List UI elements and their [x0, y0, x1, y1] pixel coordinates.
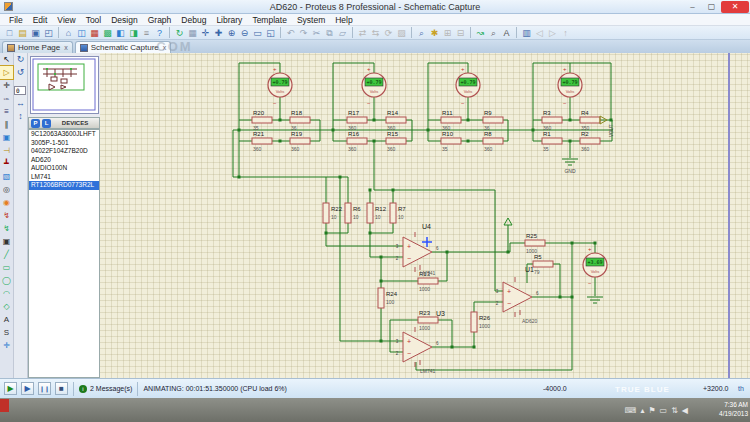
- menu-tool[interactable]: Tool: [81, 15, 107, 25]
- menu-debug[interactable]: Debug: [176, 15, 211, 25]
- component-mode-icon[interactable]: ▷: [0, 66, 13, 79]
- toolbar-new-root-sheet-icon[interactable]: ◁: [533, 27, 546, 39]
- rotate-cw-icon[interactable]: ↻: [14, 53, 27, 66]
- toolbar-pan-icon[interactable]: ✚: [212, 27, 225, 39]
- rotate-ccw-icon[interactable]: ↺: [14, 66, 27, 79]
- pause-button[interactable]: ❙❙: [38, 382, 51, 395]
- junction-dot-mode-icon[interactable]: ✛: [0, 79, 13, 92]
- toolbar-block-copy-icon[interactable]: ⇄: [356, 27, 369, 39]
- device-item[interactable]: RT1206BRD0773R2L: [29, 181, 99, 190]
- toolbar-make-device-icon[interactable]: ✱: [428, 27, 441, 39]
- toolbar-new-design-icon[interactable]: □: [3, 27, 16, 39]
- virtual-instruments-mode-icon[interactable]: ▣: [0, 235, 13, 248]
- toolbar-help-icon[interactable]: ?: [153, 27, 166, 39]
- stop-button[interactable]: ■: [55, 382, 68, 395]
- resistor-R23[interactable]: [418, 317, 438, 323]
- menu-view[interactable]: View: [52, 15, 80, 25]
- device-pins-mode-icon[interactable]: ┻: [0, 157, 13, 170]
- resistor-R3[interactable]: [542, 117, 562, 123]
- toolbar-new-sheet-icon[interactable]: ◫: [75, 27, 88, 39]
- resistor-R14[interactable]: [386, 117, 406, 123]
- resistor-R1[interactable]: [542, 138, 562, 144]
- 2d-marker-icon[interactable]: ✛: [0, 339, 13, 352]
- toolbar-display-options-icon[interactable]: ▩: [101, 27, 114, 39]
- toolbar-zoom-out-icon[interactable]: ⊖: [238, 27, 251, 39]
- 2d-text-icon[interactable]: A: [0, 313, 13, 326]
- resistor-R20[interactable]: [252, 117, 272, 123]
- text-script-mode-icon[interactable]: ≡: [0, 105, 13, 118]
- toolbar-remove-sheet-icon[interactable]: ▷: [546, 27, 559, 39]
- menu-file[interactable]: File: [4, 15, 28, 25]
- menu-edit[interactable]: Edit: [28, 15, 53, 25]
- menu-template[interactable]: Template: [247, 15, 292, 25]
- menu-system[interactable]: System: [292, 15, 330, 25]
- resistor-R12[interactable]: [367, 203, 373, 223]
- resistor-R24[interactable]: [378, 288, 384, 308]
- toolbar-import-section-icon[interactable]: ◰: [42, 27, 55, 39]
- resistor-R16[interactable]: [347, 138, 367, 144]
- toolbar-cut-icon[interactable]: ✂: [310, 27, 323, 39]
- resistor-R8[interactable]: [483, 138, 503, 144]
- device-item[interactable]: 3005P-1-501: [29, 139, 99, 148]
- toolbar-design-explorer-icon[interactable]: ◨: [127, 27, 140, 39]
- schematic-canvas[interactable]: R2035R1836R21360R19360R17360R14360R16360…: [100, 53, 750, 378]
- resistor-R4[interactable]: [580, 117, 600, 123]
- 2d-circle-icon[interactable]: ◯: [0, 274, 13, 287]
- pick-devices-button[interactable]: P: [31, 119, 40, 128]
- toolbar-component-view-icon[interactable]: ◧: [114, 27, 127, 39]
- toolbar-zoom-area-icon[interactable]: ▭: [251, 27, 264, 39]
- mirror-x-icon[interactable]: ↔: [14, 97, 27, 110]
- resistor-R10[interactable]: [441, 138, 461, 144]
- resistor-R13[interactable]: [418, 278, 438, 284]
- mirror-y-icon[interactable]: ↕: [14, 110, 27, 123]
- toolbar-home-icon[interactable]: ⌂: [62, 27, 75, 39]
- step-button[interactable]: ▶: [21, 382, 34, 395]
- display-icon[interactable]: ▭: [660, 406, 668, 415]
- 2d-arc-icon[interactable]: ◠: [0, 287, 13, 300]
- keyboard-icon[interactable]: ⌨: [625, 406, 637, 415]
- menu-library[interactable]: Library: [211, 15, 247, 25]
- toolbar-exit-to-parent-icon[interactable]: ↑: [559, 27, 572, 39]
- minimize-button[interactable]: –: [683, 1, 702, 13]
- resistor-R7[interactable]: [390, 203, 396, 223]
- schematic-overview[interactable]: [30, 56, 99, 114]
- resistor-R15[interactable]: [386, 138, 406, 144]
- resistor-R26[interactable]: [471, 312, 477, 332]
- 2d-path-icon[interactable]: ◇: [0, 300, 13, 313]
- terminals-mode-icon[interactable]: ⊣: [0, 144, 13, 157]
- rotation-angle-input[interactable]: [14, 86, 26, 95]
- device-item[interactable]: 04022F104Z7B20D: [29, 147, 99, 156]
- resistor-R21[interactable]: [252, 138, 272, 144]
- 2d-symbol-icon[interactable]: S: [0, 326, 13, 339]
- resistor-R17[interactable]: [347, 117, 367, 123]
- wire-label-mode-icon[interactable]: ʟʙʟ: [0, 92, 13, 105]
- 2d-box-icon[interactable]: ▭: [0, 261, 13, 274]
- toolbar-wire-autorouter-icon[interactable]: ↝: [474, 27, 487, 39]
- toolbar-pick-parts-icon[interactable]: ⌕: [415, 27, 428, 39]
- toolbar-origin-icon[interactable]: ✛: [199, 27, 212, 39]
- toolbar-undo-icon[interactable]: ↶: [284, 27, 297, 39]
- toolbar-toggle-grid-icon[interactable]: ▦: [186, 27, 199, 39]
- taskbar-clock[interactable]: 7:36 AM 4/19/2013: [692, 400, 748, 418]
- menu-design[interactable]: Design: [106, 15, 142, 25]
- graph-mode-icon[interactable]: ▧: [0, 170, 13, 183]
- tape-recorder-mode-icon[interactable]: ◎: [0, 183, 13, 196]
- volume-icon[interactable]: ◀: [682, 406, 688, 415]
- message-count[interactable]: 2 Message(s): [90, 385, 132, 392]
- toolbar-packaging-tool-icon[interactable]: ⊞: [441, 27, 454, 39]
- resistor-R19[interactable]: [290, 138, 310, 144]
- current-probe-mode-icon[interactable]: ↯: [0, 222, 13, 235]
- resistor-R9[interactable]: [483, 117, 503, 123]
- resistor-R18[interactable]: [290, 117, 310, 123]
- toolbar-block-rotate-icon[interactable]: ⟳: [382, 27, 395, 39]
- toolbar-decompose-icon[interactable]: ⊟: [454, 27, 467, 39]
- voltage-probe-mode-icon[interactable]: ↯: [0, 209, 13, 222]
- opamp-U3[interactable]: [403, 332, 432, 362]
- play-button[interactable]: ▶: [4, 382, 17, 395]
- menu-graph[interactable]: Graph: [143, 15, 177, 25]
- toolbar-paste-icon[interactable]: ▱: [336, 27, 349, 39]
- library-button[interactable]: L: [42, 119, 51, 128]
- tab-home-page[interactable]: Home Pagex: [2, 41, 73, 53]
- toolbar-design-explorer-2-icon[interactable]: ▥: [520, 27, 533, 39]
- toolbar-save-design-icon[interactable]: ▣: [29, 27, 42, 39]
